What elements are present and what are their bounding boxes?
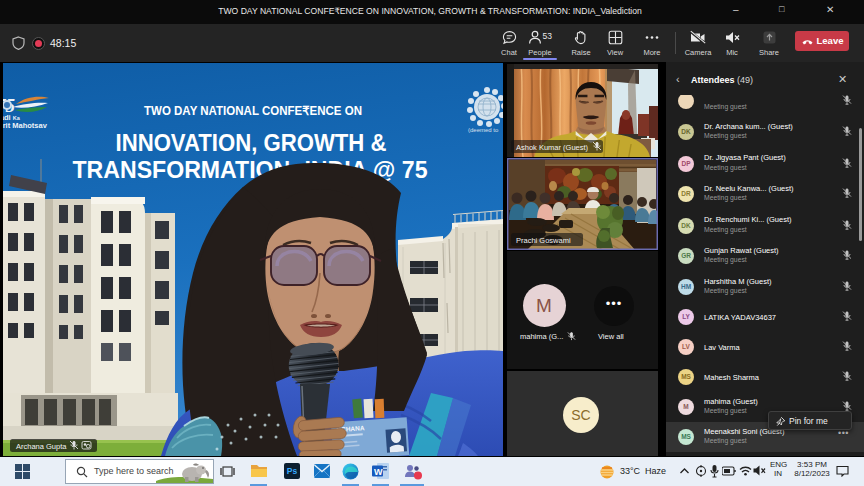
svg-text:W: W (374, 467, 383, 477)
svg-text:Ashok Kumar (Guest): Ashok Kumar (Guest) (516, 142, 589, 151)
svg-text:(deemed to: (deemed to (468, 127, 499, 133)
svg-text:Prachi Goswami: Prachi Goswami (516, 236, 571, 245)
svg-text:53: 53 (543, 31, 553, 41)
svg-text:mrit Mahotsav: mrit Mahotsav (3, 121, 48, 130)
svg-text:Archana Gupta: Archana Gupta (16, 442, 67, 451)
svg-text:INNOVATION, GROWTH &: INNOVATION, GROWTH & (116, 130, 387, 156)
svg-text:TWO DAY NATIONAL CONFE₹ENCE ON: TWO DAY NATIONAL CONFE₹ENCE ON (144, 104, 362, 118)
